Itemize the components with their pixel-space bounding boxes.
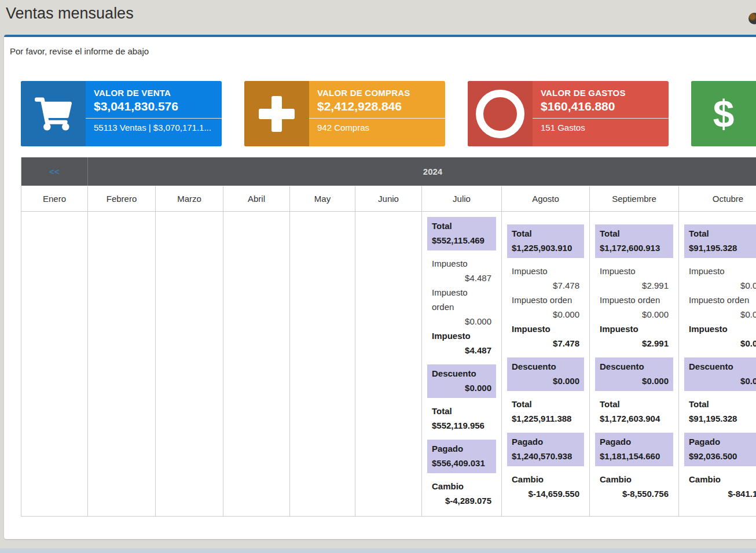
entry-value: $4.487 [432,343,491,357]
kpi-divider [86,118,222,119]
entry-label: Impuesto orden [512,293,579,307]
month-data-febrero [88,212,156,517]
entry-value: $-8,550.756 [600,486,669,501]
plain-block: Total$1,225,911.388 [507,395,584,429]
entry-value: $2.991 [600,278,669,293]
plain-block: Total$1,172,603.904 [595,395,673,429]
entry-value: $552,119.956 [432,418,491,433]
entry-value: $0.000 [689,336,756,351]
month-header-septiembre: Septiembre [590,186,679,212]
entry-value: $4.487 [432,271,491,285]
month-header-octubre: Octubre [679,186,756,212]
entry-label: Impuesto orden [600,293,669,307]
entry-value: $1,172,600.913 [600,241,669,255]
month-header-enero: Enero [21,186,88,212]
entry-value: $91,195.328 [689,241,756,255]
entry-value: $92,036.500 [689,449,756,463]
plus-glyph [259,96,295,132]
kpi-divider [533,118,669,119]
month-data-julio: Total$552,115.469Impuesto$4.487Impuesto … [422,212,502,517]
highlight-block: Pagado$556,409.031 [427,440,496,473]
entry-label: Impuesto [432,329,491,343]
entry-label: Total [689,226,756,241]
kpi-card-body: VALOR DE VENTA$3,041,830.57655113 Ventas… [86,81,222,146]
entry-value: $7.478 [512,336,579,351]
dollar-glyph: $ [713,95,735,133]
plain-block: Cambio$-14,659.550 [507,470,584,504]
kpi-cards-row: VALOR DE VENTA$3,041,830.57655113 Ventas… [21,81,756,146]
entry-label: Impuesto [512,264,579,278]
entry-label: Impuesto [512,322,579,336]
footer-strip [0,548,756,553]
highlight-block: Descuento$0.000 [595,357,673,391]
month-data-octubre: Total$91,195.328Impuesto$0.000Impuesto o… [679,212,756,517]
plain-block: Cambio$-4,289.075 [427,477,496,511]
entry-label: Impuesto [600,264,669,278]
page-title: Ventas mensuales [6,5,134,23]
entry-value: $0.000 [689,374,756,388]
highlight-block: Descuento$0.000 [684,357,756,391]
highlight-block: Descuento$0.000 [507,357,584,391]
kpi-card-valor-de-compras: VALOR DE COMPRAS$2,412,928.846942 Compra… [244,81,445,146]
highlight-block: Descuento$0.000 [427,364,496,398]
kpi-card-valor-de-venta: VALOR DE VENTA$3,041,830.57655113 Ventas… [21,81,222,146]
entry-value: $91,195.328 [689,411,756,426]
entry-value: $2.991 [600,336,669,351]
highlight-block: Pagado$1,240,570.938 [507,433,584,466]
entry-value: $556,409.031 [432,456,491,470]
month-data-abril [223,212,290,517]
monthly-report-table: << 2024 EneroFebreroMarzoAbrilMayJunioJu… [21,157,756,517]
entry-value: $-4,289.075 [432,493,491,508]
month-header-abril: Abril [223,186,290,212]
kpi-title: VALOR DE VENTA [94,88,215,98]
plain-block: Total$552,119.956 [427,402,496,436]
entry-label: Impuesto [689,322,756,336]
kpi-value: $2,412,928.846 [317,99,438,113]
entry-label: Cambio [512,472,579,486]
kpi-value: $3,041,830.576 [94,99,215,113]
entry-label: Descuento [689,359,756,374]
entry-value: $1,181,154.660 [600,449,669,463]
entry-value: $0.000 [512,307,579,322]
entry-label: Impuesto orden [432,285,491,314]
entry-label: Total [600,397,669,411]
kpi-title: VALOR DE GASTOS [541,88,662,98]
entry-label: Total [512,226,579,241]
report-subtitle: Por favor, revise el informe de abajo [10,46,149,56]
entry-label: Total [689,397,756,411]
plain-block: Impuesto$2.991Impuesto orden$0.000Impues… [595,262,673,353]
table-data-row: Total$552,115.469Impuesto$4.487Impuesto … [21,212,756,517]
entry-value: $0.000 [600,374,669,388]
highlight-block: Pagado$92,036.500 [684,433,756,466]
entry-label: Cambio [600,472,669,486]
kpi-subtitle: 151 Gastos [541,123,662,132]
entry-value: $0.000 [689,278,756,293]
entry-label: Cambio [689,472,756,486]
entry-value: $0.000 [600,307,669,322]
pager-prev-link[interactable]: << [49,167,60,176]
kpi-card-efectivo: $ [691,81,756,146]
entry-label: Total [512,397,579,411]
month-data-enero [21,212,88,517]
highlight-block: Total$1,225,903.910 [507,224,584,258]
month-data-agosto: Total$1,225,903.910Impuesto$7.478Impuest… [502,212,590,517]
entry-label: Descuento [512,359,579,374]
highlight-block: Total$1,172,600.913 [595,224,673,258]
entry-value: $1,225,911.388 [512,411,579,426]
plain-block: Cambio$-8,550.756 [595,470,673,504]
entry-label: Descuento [432,366,491,381]
month-data-marzo [156,212,223,517]
plain-block: Impuesto$0.000Impuesto orden$0.000Impues… [684,262,756,353]
entry-value: $7.478 [512,278,579,293]
plus-icon [244,81,309,146]
entry-label: Total [432,219,491,233]
kpi-card-valor-de-gastos: VALOR DE GASTOS$160,416.880151 Gastos [468,81,669,146]
entry-label: Impuesto [689,264,756,278]
month-header-marzo: Marzo [156,186,223,212]
entry-label: Cambio [432,479,491,493]
highlight-block: Pagado$1,181,154.660 [595,433,673,466]
settings-icon[interactable] [748,13,756,24]
entry-label: Total [432,404,491,418]
month-data-junio [355,212,422,517]
entry-label: Pagado [689,434,756,449]
